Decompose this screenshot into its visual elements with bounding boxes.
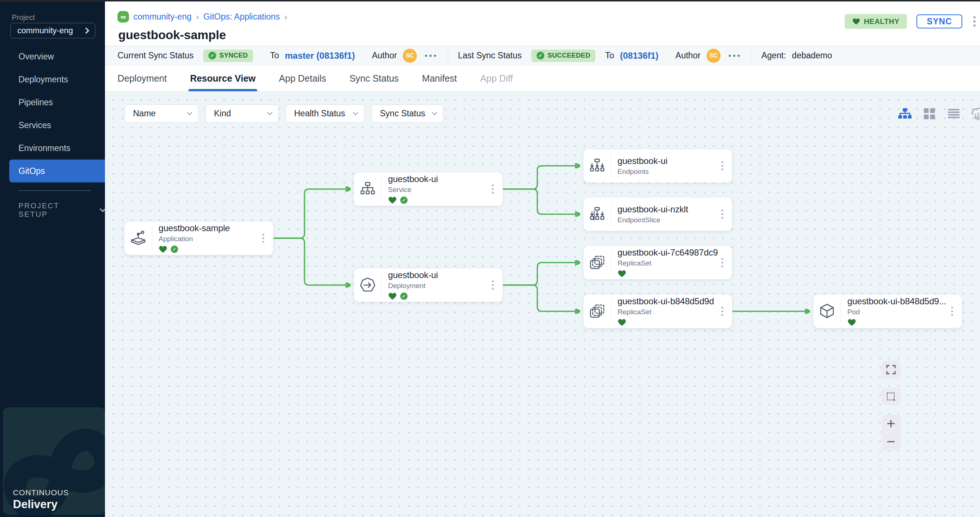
node-status: ✓ [388, 292, 492, 300]
node-replicaset-b848d5d9d[interactable]: guestbook-ui-b848d5d9d ReplicaSet [583, 294, 732, 328]
sidebar: Project community-eng Overview Deploymen… [0, 0, 105, 517]
app-more-options-icon[interactable] [972, 15, 977, 28]
chevron-down-icon [100, 206, 106, 213]
tab-label: Manifest [422, 73, 457, 84]
sidebar-item-label: Pipelines [19, 97, 53, 108]
tab-label: Deployment [118, 73, 167, 84]
project-label: Project [12, 13, 35, 22]
project-setup-toggle[interactable]: PROJECT SETUP [19, 201, 105, 219]
to-label: To [605, 51, 614, 60]
node-status [617, 318, 721, 327]
current-sync-label: Current Sync Status [118, 51, 194, 60]
tab-deployment[interactable]: Deployment [118, 66, 167, 91]
project-selector[interactable]: community-eng [10, 23, 95, 38]
node-deployment[interactable]: guestbook-ui Deployment ✓ [354, 268, 503, 302]
tab-resource-view[interactable]: Resource View [190, 66, 255, 91]
last-sync-label: Last Sync Status [458, 51, 522, 60]
node-kind: EndpointSlice [617, 216, 721, 224]
node-title: guestbook-ui-b848d5d9... [847, 296, 951, 306]
last-revision-link[interactable]: (08136f1) [620, 51, 659, 61]
node-title: guestbook-ui [617, 156, 721, 166]
to-label: To [270, 51, 279, 60]
replicaset-icon [584, 246, 611, 279]
node-service[interactable]: guestbook-ui Service ✓ [354, 172, 503, 206]
sidebar-item-overview[interactable]: Overview [0, 45, 105, 68]
project-name: community-eng [18, 26, 84, 35]
commit-more-options-icon[interactable] [423, 52, 438, 59]
node-application[interactable]: guestbook-sample Application ✓ [124, 221, 274, 255]
node-kind: ReplicaSet [617, 308, 721, 316]
tab-app-details[interactable]: App Details [279, 66, 326, 91]
healthy-heart-icon [388, 292, 397, 300]
node-kind: ReplicaSet [617, 259, 721, 267]
node-menu-button[interactable] [719, 208, 725, 221]
sync-button-label: SYNC [927, 17, 952, 27]
commit-more-options-icon[interactable] [727, 52, 742, 59]
zoom-stack [881, 415, 900, 450]
succeeded-pill: ✓ SUCCEEDED [531, 49, 596, 62]
author-avatar: SC [403, 49, 417, 63]
sidebar-divider [19, 190, 91, 191]
node-endpointslice[interactable]: guestbook-ui-nzklt EndpointSlice [583, 197, 732, 231]
tab-app-diff: App Diff [480, 66, 513, 91]
breadcrumb-project-link[interactable]: community-eng [134, 12, 191, 22]
tab-sync-status[interactable]: Sync Status [350, 66, 399, 91]
node-menu-button[interactable] [719, 304, 725, 318]
tab-manifest[interactable]: Manifest [422, 66, 457, 91]
brand-panel: CONTINUOUS Delivery [3, 407, 105, 515]
sidebar-item-label: Overview [19, 52, 54, 62]
sidebar-item-pipelines[interactable]: Pipelines [0, 91, 105, 114]
succeeded-pill-label: SUCCEEDED [548, 52, 590, 59]
sync-statusbar: Current Sync Status ✓ SYNCED To master (… [105, 45, 980, 66]
zoom-out-button[interactable] [881, 433, 900, 451]
service-icon [354, 173, 381, 206]
breadcrumb-applications-link[interactable]: GitOps: Applications [203, 12, 280, 22]
fit-selection-button[interactable] [881, 388, 900, 406]
node-endpoints[interactable]: guestbook-ui Endpoints [583, 149, 732, 183]
health-badge: HEALTHY [845, 14, 907, 29]
window-edge [0, 0, 980, 2]
current-revision-link[interactable]: master (08136f1) [285, 51, 355, 61]
page-title: guestbook-sample [118, 28, 226, 42]
endpointslice-icon [584, 198, 611, 231]
synced-pill-label: SYNCED [220, 52, 248, 59]
sidebar-item-deployments[interactable]: Deployments [0, 68, 105, 91]
divider [448, 50, 448, 61]
node-menu-button[interactable] [490, 182, 496, 196]
deployment-icon [354, 268, 381, 302]
node-kind: Deployment [388, 282, 492, 290]
node-title: guestbook-ui [388, 270, 492, 280]
node-replicaset-7c64987dc9[interactable]: guestbook-ui-7c64987dc9 ReplicaSet [583, 246, 732, 279]
sidebar-item-services[interactable]: Services [0, 114, 105, 136]
sidebar-item-environments[interactable]: Environments [0, 136, 105, 160]
node-kind: Endpoints [617, 168, 721, 176]
breadcrumb-separator: › [196, 12, 199, 22]
node-title: guestbook-ui-nzklt [617, 204, 721, 214]
zoom-in-button[interactable] [881, 415, 900, 433]
endpoints-icon [584, 149, 611, 182]
node-menu-button[interactable] [719, 159, 725, 173]
node-title: guestbook-ui [388, 174, 492, 184]
author-label: Author [372, 51, 397, 60]
node-menu-button[interactable] [719, 256, 725, 270]
chevron-right-icon [83, 28, 89, 34]
healthy-heart-icon [617, 270, 626, 278]
sidebar-item-gitops[interactable]: GitOps [9, 160, 105, 182]
node-status: ✓ [159, 245, 262, 253]
resource-graph-canvas[interactable]: Name Kind Health Status Sync Status [105, 92, 980, 517]
page-header: ∞ community-eng › GitOps: Applications ›… [105, 0, 980, 45]
node-menu-button[interactable] [949, 304, 955, 318]
project-setup-label: PROJECT SETUP [19, 201, 91, 219]
node-pod[interactable]: guestbook-ui-b848d5d9... Pod [813, 294, 962, 328]
node-menu-button[interactable] [490, 278, 496, 292]
node-kind: Application [159, 235, 262, 243]
fullscreen-button[interactable] [881, 361, 900, 379]
node-menu-button[interactable] [260, 232, 266, 245]
synced-pill: ✓ SYNCED [203, 49, 253, 62]
author-label: Author [676, 51, 701, 60]
sidebar-nav: Overview Deployments Pipelines Services … [0, 45, 105, 182]
sync-button[interactable]: SYNC [916, 14, 962, 29]
sidebar-item-label: GitOps [19, 166, 45, 176]
tab-bar: Deployment Resource View App Details Syn… [105, 66, 980, 92]
health-badge-label: HEALTHY [864, 17, 899, 26]
